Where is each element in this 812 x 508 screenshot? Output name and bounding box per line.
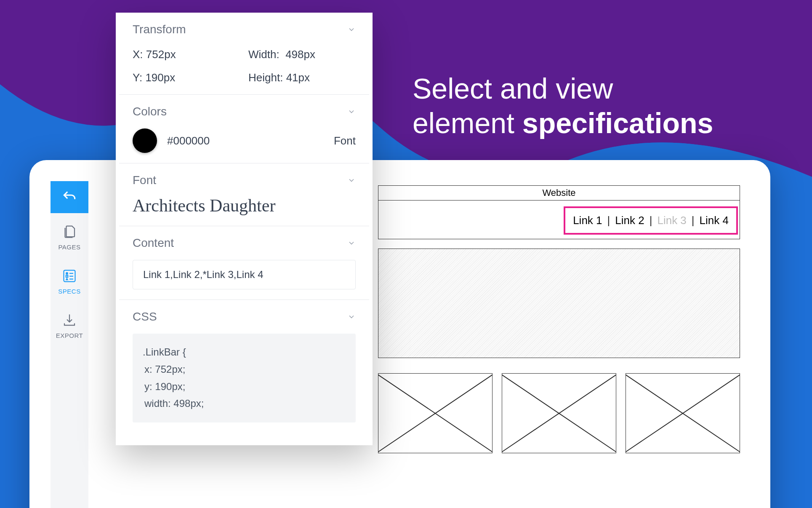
headline-line2: element bbox=[413, 107, 514, 139]
wireframe-title-bar: Website bbox=[378, 185, 740, 201]
section-header-content[interactable]: Content bbox=[133, 236, 356, 250]
section-header-css[interactable]: CSS bbox=[133, 310, 356, 324]
chevron-down-icon bbox=[347, 107, 356, 116]
wf-link-3: Link 3 bbox=[657, 214, 686, 227]
headline: Select and view element specifications bbox=[413, 72, 713, 140]
css-line: .LinkBar { bbox=[143, 344, 346, 361]
undo-icon bbox=[61, 189, 77, 205]
chevron-down-icon bbox=[347, 239, 356, 247]
sidebar: PAGES SPECS bbox=[51, 181, 88, 508]
wireframe-title: Website bbox=[542, 187, 575, 198]
wireframe-card bbox=[378, 373, 493, 453]
sidebar-item-specs[interactable]: SPECS bbox=[51, 257, 88, 302]
pages-icon bbox=[62, 224, 77, 239]
color-hex: #000000 bbox=[167, 134, 324, 147]
section-font: Font Architects Daughter bbox=[119, 163, 369, 226]
wf-sep: | bbox=[692, 214, 695, 227]
section-colors: Colors #000000 Font bbox=[119, 95, 369, 163]
wf-link-2: Link 2 bbox=[615, 214, 644, 227]
font-sample: Architects Daughter bbox=[133, 195, 356, 216]
transform-width: Width: 498px bbox=[248, 48, 356, 61]
sidebar-label-export: EXPORT bbox=[56, 332, 83, 339]
css-line: x: 752px; bbox=[143, 361, 346, 378]
chevron-down-icon bbox=[347, 25, 356, 34]
wf-sep: | bbox=[650, 214, 652, 227]
headline-bold: specifications bbox=[522, 107, 713, 139]
color-row: #000000 Font bbox=[133, 128, 356, 153]
content-value[interactable]: Link 1,Link 2,*Link 3,Link 4 bbox=[133, 260, 356, 289]
undo-button[interactable] bbox=[51, 181, 88, 213]
transform-height: Height: 41px bbox=[248, 71, 356, 84]
wireframe-linkbar-selected[interactable]: Link 1 | Link 2 | Link 3 | Link 4 bbox=[564, 206, 738, 235]
specs-icon bbox=[62, 268, 77, 283]
color-type: Font bbox=[334, 134, 356, 147]
wireframe-preview: Website Link 1 | Link 2 | Link 3 | Link … bbox=[378, 185, 740, 453]
section-title-css: CSS bbox=[133, 310, 157, 324]
transform-x: X: 752px bbox=[133, 48, 240, 61]
transform-y: Y: 190px bbox=[133, 71, 240, 84]
wireframe-hero bbox=[378, 249, 740, 358]
css-line: y: 190px; bbox=[143, 378, 346, 396]
section-header-colors[interactable]: Colors bbox=[133, 105, 356, 118]
css-line: width: 498px; bbox=[143, 395, 346, 412]
section-title-colors: Colors bbox=[133, 105, 167, 118]
export-icon bbox=[62, 313, 77, 328]
sidebar-label-pages: PAGES bbox=[58, 243, 80, 251]
section-header-transform[interactable]: Transform bbox=[133, 23, 356, 36]
section-title-transform: Transform bbox=[133, 23, 186, 36]
wf-link-4: Link 4 bbox=[700, 214, 729, 227]
wf-link-1: Link 1 bbox=[573, 214, 602, 227]
wireframe-card bbox=[502, 373, 616, 453]
transform-grid: X: 752px Width: 498px Y: 190px Height: 4… bbox=[133, 48, 356, 84]
section-title-font: Font bbox=[133, 174, 156, 187]
sidebar-item-pages[interactable]: PAGES bbox=[51, 213, 88, 257]
css-code[interactable]: .LinkBar { x: 752px; y: 190px; width: 49… bbox=[133, 334, 356, 422]
specs-panel: Transform X: 752px Width: 498px Y: 190px… bbox=[116, 13, 373, 445]
chevron-down-icon bbox=[347, 176, 356, 184]
wf-sep: | bbox=[607, 214, 610, 227]
chevron-down-icon bbox=[347, 313, 356, 321]
section-title-content: Content bbox=[133, 236, 174, 250]
sidebar-label-specs: SPECS bbox=[58, 288, 80, 295]
svg-point-1 bbox=[66, 273, 68, 274]
section-transform: Transform X: 752px Width: 498px Y: 190px… bbox=[119, 13, 369, 95]
wireframe-header: Link 1 | Link 2 | Link 3 | Link 4 bbox=[378, 201, 740, 239]
svg-rect-2 bbox=[66, 275, 68, 278]
color-swatch[interactable] bbox=[133, 128, 157, 153]
headline-line1: Select and view bbox=[413, 72, 613, 104]
section-css: CSS .LinkBar { x: 752px; y: 190px; width… bbox=[119, 300, 369, 433]
section-header-font[interactable]: Font bbox=[133, 174, 356, 187]
section-content: Content Link 1,Link 2,*Link 3,Link 4 bbox=[119, 226, 369, 300]
sidebar-item-export[interactable]: EXPORT bbox=[51, 302, 88, 346]
wireframe-cards bbox=[378, 373, 740, 453]
wireframe-card bbox=[626, 373, 740, 453]
